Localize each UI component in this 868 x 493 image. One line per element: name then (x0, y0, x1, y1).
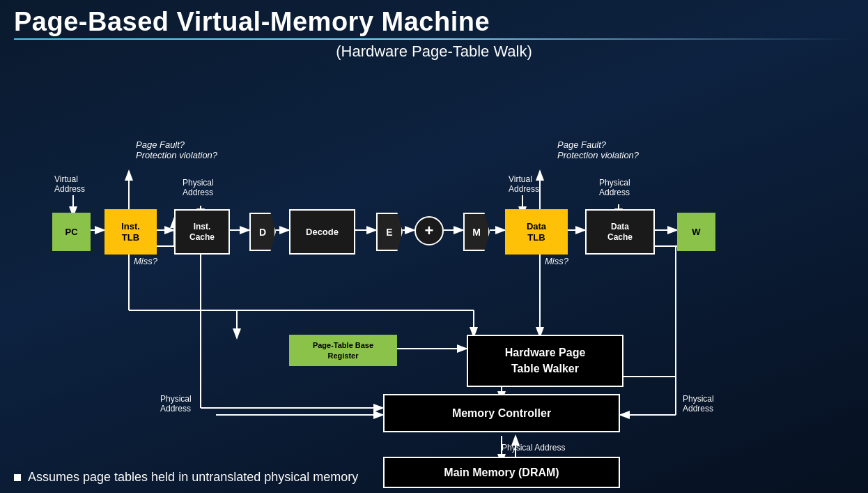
main-memory: Main Memory (DRAM) (383, 457, 620, 488)
slide-container: Page-Based Virtual-Memory Machine (Hardw… (0, 0, 868, 493)
virtual-address-right-label: VirtualAddress (509, 174, 539, 194)
memory-controller: Memory Controller (383, 394, 620, 432)
physical-address-data-label: PhysicalAddress (599, 178, 630, 197)
subtitle: (Hardware Page-Table Walk) (14, 43, 854, 61)
decode-stage: Decode (289, 209, 355, 255)
page-fault-right-label: Page Fault?Protection violation? (557, 139, 639, 160)
diagram-area: PC Inst.TLB Inst.Cache D Decode E + M (14, 66, 854, 457)
miss-left-label: Miss? (134, 256, 157, 266)
hw-page-table-walker: Hardware PageTable Walker (467, 335, 623, 387)
alu-plus: + (414, 216, 444, 245)
inst-cache-stage: Inst.Cache (174, 209, 230, 255)
physical-address-bottom-right-label: PhysicalAddress (683, 394, 714, 414)
footer-note: Assumes page tables held in untranslated… (14, 470, 358, 485)
miss-right-label: Miss? (545, 256, 568, 266)
physical-address-center-label: Physical Address (502, 443, 565, 453)
data-tlb-stage: DataTLB (505, 209, 568, 255)
slide-title: Page-Based Virtual-Memory Machine (14, 7, 854, 37)
physical-address-bottom-left-label: PhysicalAddress (160, 394, 192, 414)
page-table-base-register: Page-Table BaseRegister (289, 335, 397, 366)
bullet-icon (14, 474, 21, 481)
physical-address-inst-label: PhysicalAddress (183, 178, 214, 197)
d-stage: D (249, 213, 276, 251)
m-stage: M (463, 213, 490, 251)
inst-tlb-stage: Inst.TLB (104, 209, 157, 255)
data-cache-stage: DataCache (585, 209, 655, 255)
pc-stage: PC (52, 213, 91, 251)
virtual-address-left-label: VirtualAddress (54, 174, 85, 194)
e-stage: E (376, 213, 403, 251)
title-underline (14, 38, 854, 40)
w-stage: W (677, 213, 715, 251)
page-fault-left-label: Page Fault?Protection violation? (136, 139, 217, 160)
